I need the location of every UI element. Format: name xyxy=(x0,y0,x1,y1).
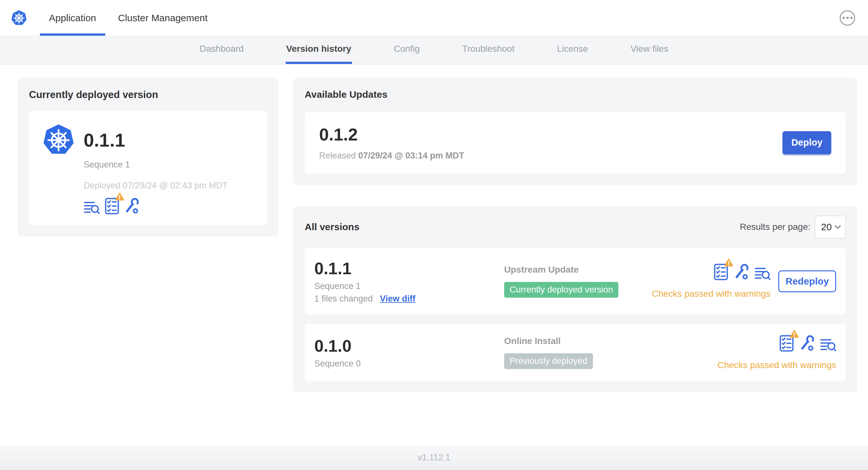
tab-dashboard[interactable]: Dashboard xyxy=(199,36,245,64)
logs-icon[interactable] xyxy=(820,338,836,352)
version-row-middle: Upstream Update Currently deployed versi… xyxy=(504,265,652,298)
preflight-checks-warning-icon[interactable] xyxy=(105,198,119,214)
config-tools-icon[interactable] xyxy=(124,198,139,214)
preflight-checks-warning-icon[interactable] xyxy=(779,335,794,352)
currently-deployed-card: Currently deployed version 0.1.1 Sequenc… xyxy=(18,78,279,237)
top-bar-right xyxy=(840,0,868,36)
update-version-number: 0.1.2 xyxy=(319,125,464,144)
warning-triangle-icon xyxy=(790,330,799,338)
all-versions-card: All versions Results per page: 20 0.1.1 … xyxy=(293,206,857,392)
logs-icon[interactable] xyxy=(84,200,100,214)
version-row-left: 0.1.1 Sequence 1 1 files changed View di… xyxy=(314,259,504,304)
right-column: Available Updates 0.1.2 Released 07/29/2… xyxy=(293,78,857,392)
row-sequence: Sequence 1 xyxy=(314,281,504,291)
top-bar: Application Cluster Management xyxy=(0,0,868,36)
checks-status-link[interactable]: Checks passed with warnings xyxy=(652,289,771,299)
preflight-checks-warning-icon[interactable] xyxy=(714,264,728,280)
ellipsis-menu-icon[interactable] xyxy=(840,10,855,26)
kubernetes-app-icon xyxy=(42,123,75,157)
chevron-down-icon xyxy=(835,225,841,229)
kubernetes-icon xyxy=(11,10,27,26)
deployed-sequence: Sequence 1 xyxy=(84,160,254,170)
config-tools-icon[interactable] xyxy=(800,335,814,352)
row-version-number: 0.1.1 xyxy=(314,259,504,278)
app-subnav: Dashboard Version history Config Trouble… xyxy=(0,36,868,64)
row-sequence: Sequence 0 xyxy=(314,359,504,369)
version-row: 0.1.1 Sequence 1 1 files changed View di… xyxy=(305,248,846,314)
logs-icon[interactable] xyxy=(754,266,771,280)
released-prefix: Released xyxy=(319,151,356,160)
dot xyxy=(850,17,852,19)
results-per-page-value: 20 xyxy=(821,222,832,232)
tab-view-files[interactable]: View files xyxy=(630,36,669,64)
version-row: 0.1.0 Sequence 0 Online Install Previous… xyxy=(305,324,846,381)
available-updates-card: Available Updates 0.1.2 Released 07/29/2… xyxy=(293,78,857,185)
tab-license[interactable]: License xyxy=(556,36,589,64)
currently-deployed-inner: 0.1.1 Sequence 1 Deployed 07/29/24 @ 02:… xyxy=(29,111,267,225)
available-updates-title: Available Updates xyxy=(305,89,846,100)
previously-deployed-badge: Previously deployed xyxy=(504,353,593,369)
warning-triangle-icon xyxy=(724,259,733,267)
tab-cluster-management[interactable]: Cluster Management xyxy=(107,0,218,36)
tab-version-history[interactable]: Version history xyxy=(286,36,352,64)
version-row-left: 0.1.0 Sequence 0 xyxy=(314,336,504,369)
version-row-middle: Online Install Previously deployed xyxy=(504,336,717,369)
warning-triangle-icon xyxy=(115,193,124,201)
dot xyxy=(846,17,849,19)
deployed-version-number: 0.1.1 xyxy=(84,129,125,151)
tab-troubleshoot[interactable]: Troubleshoot xyxy=(462,36,515,64)
currently-deployed-badge: Currently deployed version xyxy=(504,282,618,298)
version-row-actions: Checks passed with warnings Redeploy xyxy=(652,264,836,299)
main-content: Currently deployed version 0.1.1 Sequenc… xyxy=(0,64,868,392)
checks-status-link[interactable]: Checks passed with warnings xyxy=(717,360,836,370)
row-version-number: 0.1.0 xyxy=(314,336,504,356)
results-per-page-label: Results per page: xyxy=(740,222,810,232)
all-versions-title: All versions xyxy=(305,222,359,232)
kubernetes-logo[interactable] xyxy=(0,0,38,36)
version-source: Online Install xyxy=(504,336,717,346)
app-level-tabs: Application Cluster Management xyxy=(38,0,218,36)
view-diff-link[interactable]: View diff xyxy=(380,294,416,304)
console-version: v1.112.1 xyxy=(417,452,451,463)
tab-config[interactable]: Config xyxy=(393,36,421,64)
files-changed-text: 1 files changed xyxy=(314,294,373,304)
update-released-line: Released 07/29/24 @ 03:14 pm MDT xyxy=(319,151,464,161)
deployed-timestamp: Deployed 07/29/24 @ 02:43 pm MDT xyxy=(84,181,254,191)
results-per-page-select[interactable]: 20 xyxy=(815,216,846,238)
redeploy-button[interactable]: Redeploy xyxy=(778,270,836,292)
app-footer: v1.112.1 xyxy=(0,445,868,470)
available-update-row: 0.1.2 Released 07/29/24 @ 03:14 pm MDT D… xyxy=(305,111,846,174)
version-source: Upstream Update xyxy=(504,265,652,275)
currently-deployed-title: Currently deployed version xyxy=(29,89,267,101)
dot xyxy=(843,17,845,19)
config-tools-icon[interactable] xyxy=(734,264,749,280)
tab-application[interactable]: Application xyxy=(38,0,107,36)
deploy-button[interactable]: Deploy xyxy=(782,131,831,154)
released-date: 07/29/24 @ 03:14 pm MDT xyxy=(359,151,464,160)
